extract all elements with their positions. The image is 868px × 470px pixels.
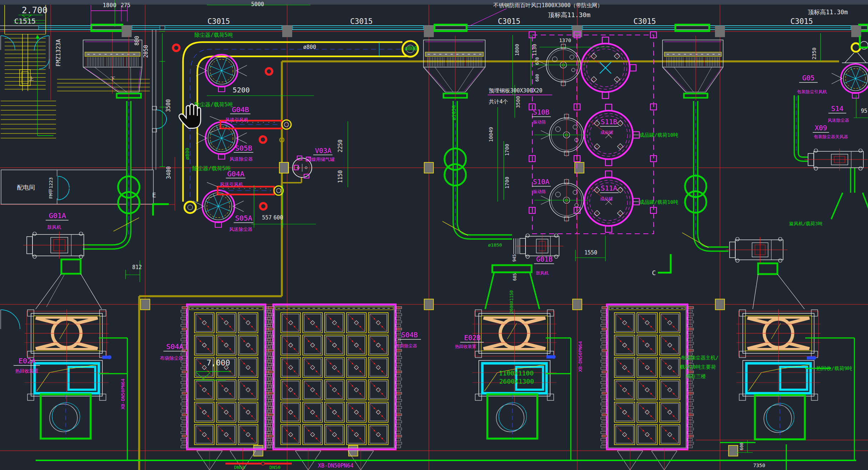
cad-circle xyxy=(208,348,209,349)
cad-path xyxy=(696,101,729,249)
cad-circle xyxy=(338,348,339,349)
cad-rect xyxy=(267,374,273,376)
cad-path xyxy=(58,176,69,188)
cad-line xyxy=(595,121,599,125)
cad-rect xyxy=(27,310,34,316)
cad-rect xyxy=(27,394,34,400)
cad-rect xyxy=(181,353,186,355)
eq-s05a-code: S05A xyxy=(235,214,252,222)
cad-viewport[interactable]: 2.700 C1515 1800 275 5000 不锈钢防雨百叶风口1800X… xyxy=(0,0,868,470)
cad-circle xyxy=(222,340,223,342)
eq-e02b-name: 热回收装置 xyxy=(455,344,476,349)
note-tank10t-1: 成品罐/载荷10吨 xyxy=(639,132,678,138)
cad-line xyxy=(661,337,678,354)
cad-circle xyxy=(244,340,245,342)
cad-line xyxy=(348,381,364,398)
cad-circle xyxy=(859,149,862,152)
eq-s05b-name: 风送除尘器 xyxy=(230,156,253,162)
cad-circle xyxy=(673,326,674,327)
cad-rect xyxy=(602,328,607,330)
dim-phi800-white: ø800 xyxy=(303,44,316,50)
dim-2250: 2250 xyxy=(337,140,344,152)
cad-rect xyxy=(688,371,694,373)
cad-circle xyxy=(316,438,317,439)
cad-rect xyxy=(396,428,402,430)
cad-circle xyxy=(352,430,353,431)
cad-circle xyxy=(352,408,353,409)
cad-circle xyxy=(620,385,621,386)
dim-557: 557 xyxy=(262,214,271,221)
eq-e02a-name: 热回收装置 xyxy=(15,368,39,374)
cad-circle xyxy=(282,120,291,129)
cad-rect xyxy=(181,439,186,441)
cad-circle xyxy=(552,355,555,359)
cad-circle xyxy=(330,430,331,431)
cad-rect xyxy=(181,332,186,334)
eq-g01b-name: 鼓风机 xyxy=(536,271,549,276)
cad-rect xyxy=(601,332,606,334)
cad-circle xyxy=(736,259,739,262)
cad-line xyxy=(240,381,256,398)
cad-line xyxy=(240,426,256,443)
cad-rect xyxy=(267,324,273,327)
cad-circle xyxy=(628,393,629,394)
pipe-tag-xb-2: XB-DN50PN64 xyxy=(578,341,583,372)
cad-circle xyxy=(79,232,83,236)
cad-path xyxy=(748,365,809,391)
cad-line xyxy=(595,212,599,215)
cad-path xyxy=(83,101,129,247)
cad-circle xyxy=(252,348,253,349)
cad-rect xyxy=(688,342,694,344)
cad-path xyxy=(83,101,129,247)
cad-line xyxy=(698,67,712,92)
cad-circle xyxy=(266,68,272,75)
cad-circle xyxy=(208,326,209,327)
cad-line xyxy=(706,67,723,92)
cad-rect xyxy=(601,439,606,441)
cad-circle xyxy=(294,438,295,439)
cad-rect xyxy=(601,424,606,426)
cad-rect xyxy=(267,317,273,319)
cad-rect xyxy=(601,417,606,419)
cad-line xyxy=(326,381,342,398)
cad-line xyxy=(196,314,212,331)
note-bagmain-3: 载在三楼 xyxy=(686,373,706,379)
cad-line xyxy=(616,359,633,376)
cad-rect xyxy=(267,310,273,312)
note-dust5t-2: 除尘器/载荷5吨 xyxy=(194,101,233,108)
cad-canvas[interactable]: 2.700 C1515 1800 275 5000 不锈钢防雨百叶风口1800X… xyxy=(0,0,868,470)
dim-2600x1300: 2600X1300 xyxy=(499,378,534,385)
cad-circle xyxy=(620,430,621,431)
cad-circle xyxy=(360,326,361,327)
cad-rect xyxy=(396,385,402,387)
dim-3500-right: 3500 xyxy=(515,96,521,108)
cad-circle xyxy=(338,371,339,372)
cad-line xyxy=(240,314,256,331)
note-roof-elev-2: 顶标高11.30m xyxy=(808,9,848,16)
cad-circle xyxy=(841,64,868,93)
cad-rect xyxy=(266,314,271,316)
cad-path xyxy=(37,365,97,391)
cad-circle xyxy=(338,393,339,394)
cad-circle xyxy=(208,415,209,416)
eq-s04a-code: S04A xyxy=(166,342,183,351)
cad-circle xyxy=(200,385,201,386)
cad-line xyxy=(661,426,678,443)
note-roof-elev-1: 顶标高11.30m xyxy=(548,11,590,19)
cad-rect xyxy=(607,304,687,449)
cad-circle xyxy=(814,167,818,170)
door-tag-fm1223: FM甲1223 xyxy=(48,177,54,199)
eq-s10a-code: S10A xyxy=(533,178,549,186)
cad-rect xyxy=(739,351,746,358)
cad-circle xyxy=(812,356,816,360)
cad-rect xyxy=(267,353,273,355)
cad-line xyxy=(348,359,364,376)
cad-circle xyxy=(374,385,375,386)
cad-rect xyxy=(605,159,612,166)
cad-rect xyxy=(268,435,274,437)
dim-600-b: 600 xyxy=(739,443,744,450)
cad-line xyxy=(616,404,633,421)
cad-circle xyxy=(33,232,36,236)
dim-phi1050-elbow: ø1050 xyxy=(488,242,502,248)
cad-line xyxy=(36,343,57,349)
